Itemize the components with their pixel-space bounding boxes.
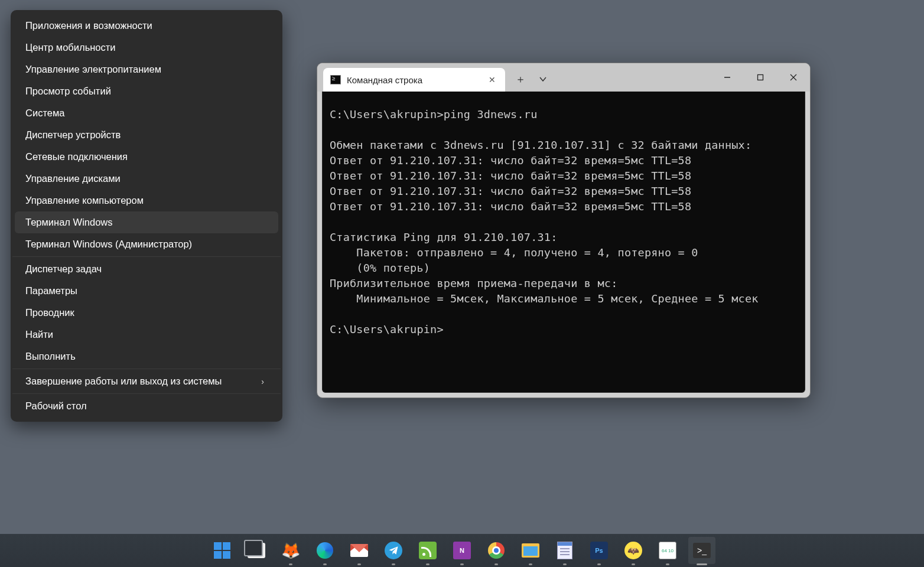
taskbar-rss-button[interactable]: [414, 537, 441, 564]
menu-item[interactable]: Диспетчер устройств: [15, 124, 278, 146]
taskbar-taskview-button[interactable]: [243, 537, 270, 564]
taskbar-onenote-button[interactable]: N: [448, 537, 476, 564]
new-tab-button[interactable]: ＋: [510, 69, 531, 90]
chevron-right-icon: ›: [261, 377, 264, 386]
titlebar: Командная строка ✕ ＋: [317, 63, 810, 92]
taskbar-telegram-button[interactable]: [380, 537, 407, 564]
tab-title: Командная строка: [347, 75, 478, 85]
menu-item[interactable]: Найти: [15, 324, 278, 346]
rss-icon: [419, 542, 437, 559]
menu-item[interactable]: Приложения и возможности: [15, 15, 278, 37]
cmd-icon: [330, 75, 341, 84]
taskbar-notepad-button[interactable]: [551, 537, 578, 564]
taskbar-start-button[interactable]: [209, 537, 236, 564]
menu-item[interactable]: Просмотр событий: [15, 80, 278, 102]
bat-icon: 🦇: [624, 542, 642, 559]
menu-item[interactable]: Параметры: [15, 280, 278, 302]
menu-item-label: Терминал Windows: [25, 217, 113, 228]
taskbar: 🦊NPs🦇64 10>_: [0, 534, 924, 567]
menu-item[interactable]: Завершение работы или выход из системы›: [15, 370, 278, 392]
menu-item-label: Центр мобильности: [25, 42, 116, 53]
menu-item-label: Приложения и возможности: [25, 20, 152, 31]
menu-item[interactable]: Система: [15, 102, 278, 124]
taskbar-photoshop-button[interactable]: Ps: [585, 537, 613, 564]
taskbar-terminal-button[interactable]: >_: [688, 537, 715, 564]
tab-dropdown-button[interactable]: [532, 69, 554, 90]
terminal-tab[interactable]: Командная строка ✕: [323, 68, 505, 92]
notepadpp-icon: 64 10: [659, 542, 676, 559]
window-controls: [711, 63, 810, 92]
menu-item-label: Выполнить: [25, 351, 76, 362]
taskview-icon: [248, 542, 265, 559]
terminal-window: Командная строка ✕ ＋ C:\Users\akrupin>pi…: [317, 63, 811, 398]
menu-item[interactable]: Терминал Windows: [15, 211, 278, 233]
menu-item[interactable]: Центр мобильности: [15, 37, 278, 58]
photoshop-icon: Ps: [590, 542, 608, 559]
tab-actions: ＋: [510, 63, 554, 92]
taskbar-bat-button[interactable]: 🦇: [620, 537, 647, 564]
menu-item-label: Диспетчер задач: [25, 263, 102, 275]
onenote-icon: N: [453, 542, 471, 559]
chrome-icon: [487, 542, 505, 559]
menu-item[interactable]: Управление компьютером: [15, 190, 278, 211]
menu-item-label: Терминал Windows (Администратор): [25, 239, 192, 250]
menu-item[interactable]: Сетевые подключения: [15, 146, 278, 168]
menu-item-label: Диспетчер устройств: [25, 129, 121, 141]
gmail-icon: [350, 542, 368, 559]
taskbar-explorer-button[interactable]: [517, 537, 544, 564]
taskbar-fox-button[interactable]: 🦊: [277, 537, 304, 564]
edge-icon: [316, 542, 334, 559]
terminal-output[interactable]: C:\Users\akrupin>ping 3dnews.ru Обмен па…: [322, 92, 805, 393]
start-icon: [213, 542, 231, 559]
taskbar-edge-button[interactable]: [311, 537, 339, 564]
menu-item-label: Завершение работы или выход из системы: [25, 376, 222, 387]
menu-item-label: Управление электропитанием: [25, 64, 161, 75]
taskbar-chrome-button[interactable]: [483, 537, 510, 564]
menu-item[interactable]: Рабочий стол: [15, 395, 278, 417]
menu-item[interactable]: Проводник: [15, 302, 278, 324]
menu-item[interactable]: Диспетчер задач: [15, 258, 278, 280]
menu-item-label: Управление дисками: [25, 173, 121, 184]
telegram-icon: [385, 542, 402, 559]
winx-context-menu: Приложения и возможностиЦентр мобильност…: [11, 10, 282, 422]
menu-item[interactable]: Выполнить: [15, 346, 278, 367]
tab-close-button[interactable]: ✕: [484, 73, 500, 87]
menu-item-label: Найти: [25, 329, 53, 340]
menu-item-label: Параметры: [25, 285, 77, 296]
taskbar-gmail-button[interactable]: [346, 537, 373, 564]
menu-item[interactable]: Управление электропитанием: [15, 58, 278, 80]
menu-item-label: Система: [25, 107, 64, 119]
taskbar-notepadpp-button[interactable]: 64 10: [654, 537, 681, 564]
fox-icon: 🦊: [282, 542, 300, 559]
menu-item-label: Управление компьютером: [25, 195, 144, 206]
close-button[interactable]: [777, 63, 810, 92]
menu-item[interactable]: Терминал Windows (Администратор): [15, 233, 278, 255]
menu-item-label: Просмотр событий: [25, 86, 111, 97]
menu-item-label: Рабочий стол: [25, 400, 87, 412]
explorer-icon: [522, 542, 539, 559]
notepad-icon: [556, 542, 574, 559]
menu-item[interactable]: Управление дисками: [15, 168, 278, 190]
menu-item-label: Проводник: [25, 307, 74, 318]
menu-item-label: Сетевые подключения: [25, 151, 128, 162]
terminal-icon: >_: [693, 542, 711, 559]
minimize-button[interactable]: [711, 63, 744, 92]
svg-rect-1: [758, 75, 763, 80]
maximize-button[interactable]: [744, 63, 777, 92]
